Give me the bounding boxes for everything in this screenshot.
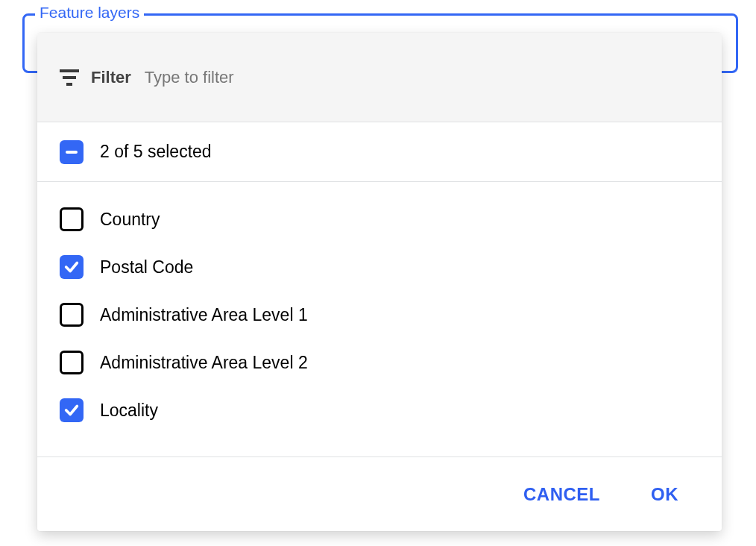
options-list: Country Postal Code Administrative Area …	[37, 182, 722, 456]
feature-layers-field-label: Feature layers	[35, 4, 144, 22]
checkbox-checked-icon	[60, 255, 84, 279]
filter-label: Filter	[91, 68, 131, 87]
filter-icon	[60, 69, 79, 86]
cancel-button[interactable]: CANCEL	[520, 478, 603, 511]
checkbox-indeterminate-icon	[60, 140, 84, 164]
filter-row: Filter	[37, 33, 722, 122]
dialog-actions: CANCEL OK	[37, 456, 722, 531]
feature-layers-dropdown: Filter 2 of 5 selected Country Postal Co…	[37, 33, 722, 531]
option-locality[interactable]: Locality	[60, 386, 699, 434]
option-country[interactable]: Country	[60, 195, 699, 243]
select-all-row[interactable]: 2 of 5 selected	[37, 122, 722, 182]
checkbox-unchecked-icon	[60, 303, 84, 327]
option-label: Administrative Area Level 2	[100, 353, 308, 373]
checkbox-unchecked-icon	[60, 351, 84, 374]
svg-rect-0	[60, 69, 79, 72]
option-label: Country	[100, 210, 160, 230]
svg-rect-3	[66, 151, 78, 154]
option-postal-code[interactable]: Postal Code	[60, 243, 699, 291]
svg-rect-2	[66, 83, 72, 86]
checkbox-checked-icon	[60, 398, 84, 422]
svg-rect-1	[63, 76, 76, 79]
option-admin-area-1[interactable]: Administrative Area Level 1	[60, 291, 699, 339]
option-label: Postal Code	[100, 257, 193, 277]
selection-summary: 2 of 5 selected	[100, 142, 212, 162]
ok-button[interactable]: OK	[648, 478, 681, 511]
checkbox-unchecked-icon	[60, 207, 84, 231]
option-label: Administrative Area Level 1	[100, 305, 308, 325]
option-label: Locality	[100, 401, 158, 421]
filter-input[interactable]	[145, 63, 699, 92]
option-admin-area-2[interactable]: Administrative Area Level 2	[60, 339, 699, 386]
